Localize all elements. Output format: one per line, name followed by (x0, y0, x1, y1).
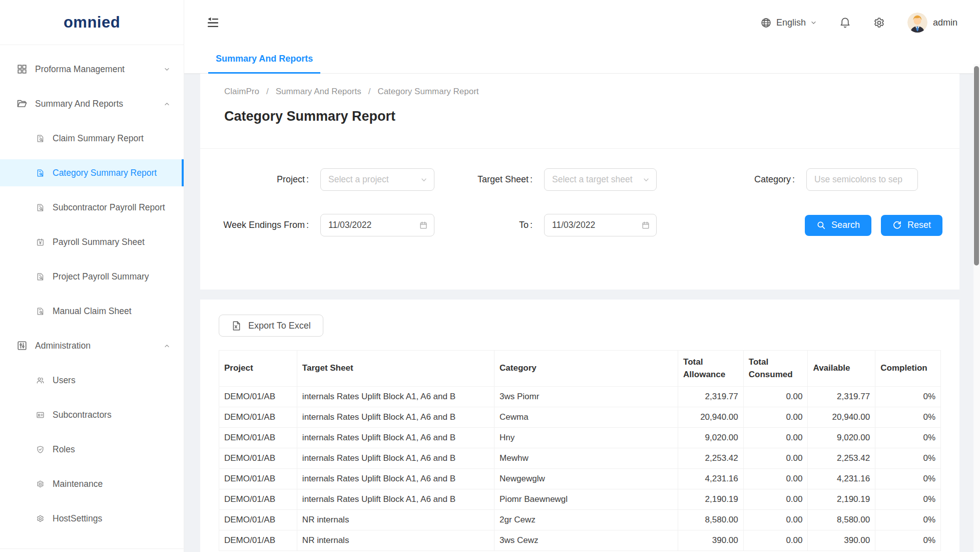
user-menu[interactable]: admin (907, 13, 957, 33)
cell-total-allowance: 2,190.19 (678, 489, 744, 510)
cell-project: DEMO/01/AB (219, 387, 297, 407)
cell-total-allowance: 4,231.16 (678, 469, 744, 489)
notifications-bell-icon[interactable] (839, 17, 851, 29)
project-select-placeholder: Select a project (328, 174, 420, 185)
tab-summary-and-reports[interactable]: Summary And Reports (208, 45, 320, 74)
table-row[interactable]: DEMO/01/AB internals Rates Uplift Block … (219, 448, 941, 469)
sidebar-item-hostsettings[interactable]: HostSettings (0, 505, 184, 532)
cell-available: 4,231.16 (808, 469, 875, 489)
sidebar-item-label: Claim Summary Report (53, 133, 144, 144)
chevron-up-icon (164, 343, 170, 349)
cell-target-sheet: NR internals (297, 510, 494, 530)
menu-fold-icon[interactable] (206, 16, 220, 30)
idcard-icon (36, 411, 45, 419)
cell-available: 2,253.42 (808, 448, 875, 469)
top-header: English (184, 0, 980, 45)
sidebar: omnied Proforma Management Summary And R… (0, 0, 184, 552)
settings-gear-icon[interactable] (873, 17, 885, 29)
cell-available: 390.00 (808, 530, 875, 551)
table-row[interactable]: DEMO/01/AB NR internals 3ws Cewz 390.00 … (219, 530, 941, 551)
sidebar-item-summary-and-reports[interactable]: Summary And Reports (0, 90, 184, 117)
cell-category: 3ws Piomr (495, 387, 678, 407)
sidebar-item-label: Roles (53, 444, 75, 455)
cell-target-sheet: internals Rates Uplift Block A1, A6 and … (297, 407, 494, 428)
page-title: Category Summary Report (224, 109, 935, 124)
sidebar-item-maintenance[interactable]: Maintenance (0, 470, 184, 497)
reset-button[interactable]: Reset (881, 215, 942, 236)
sidebar-item-administration[interactable]: Administration (0, 332, 184, 359)
cell-completion: 0% (875, 407, 941, 428)
file-search-icon (36, 203, 45, 212)
sidebar-item-subcontractor-payroll-report[interactable]: Subcontractor Payroll Report (0, 194, 184, 221)
column-header-project: Project (219, 351, 297, 387)
tab-label: Summary And Reports (216, 54, 313, 64)
filter-panel: Project: Select a project Target Sheet: … (200, 149, 959, 290)
folder-open-icon (17, 98, 28, 109)
filter-row-1: Project: Select a project Target Sheet: … (200, 168, 959, 191)
column-header-target-sheet: Target Sheet (297, 351, 494, 387)
brand-logo: omnied (64, 14, 120, 32)
week-endings-from-value: 11/03/2022 (328, 220, 419, 230)
cell-category: 3ws Cewz (495, 530, 678, 551)
sidebar-item-claim-summary-report[interactable]: Claim Summary Report (0, 125, 184, 152)
cell-target-sheet: internals Rates Uplift Block A1, A6 and … (297, 489, 494, 510)
file-search-icon (36, 307, 45, 316)
table-row[interactable]: DEMO/01/AB internals Rates Uplift Block … (219, 428, 941, 448)
sidebar-item-payroll-summary-sheet[interactable]: Payroll Summary Sheet (0, 228, 184, 255)
sidebar-item-proforma-management[interactable]: Proforma Management (0, 56, 184, 83)
cell-completion: 0% (875, 510, 941, 530)
category-label: Category: (657, 174, 795, 185)
scrollbar-thumb[interactable] (974, 66, 979, 265)
chevron-down-icon (810, 20, 817, 26)
column-header-category: Category (495, 351, 678, 387)
table-row[interactable]: DEMO/01/AB internals Rates Uplift Block … (219, 469, 941, 489)
sidebar-item-label: Users (53, 375, 76, 386)
sidebar-item-subcontractors[interactable]: Subcontractors (0, 401, 184, 428)
category-input[interactable]: Use semicolons to sep (806, 168, 918, 191)
column-header-total-consumed: Total Consumed (743, 351, 808, 387)
calendar-icon (641, 221, 650, 230)
cell-project: DEMO/01/AB (219, 510, 297, 530)
sidebar-item-roles[interactable]: Roles (0, 436, 184, 463)
export-to-excel-button[interactable]: Export To Excel (219, 315, 323, 337)
sidebar-item-users[interactable]: Users (0, 367, 184, 394)
search-button[interactable]: Search (805, 215, 871, 236)
breadcrumb-item[interactable]: ClaimPro (224, 87, 259, 97)
language-label: English (776, 18, 806, 28)
cell-total-allowance: 390.00 (678, 530, 744, 551)
table-row[interactable]: DEMO/01/AB internals Rates Uplift Block … (219, 387, 941, 407)
table-row[interactable]: DEMO/01/AB internals Rates Uplift Block … (219, 489, 941, 510)
sidebar-footer (0, 548, 184, 552)
breadcrumb-separator: / (266, 87, 269, 97)
cell-available: 2,190.19 (808, 489, 875, 510)
cell-total-allowance: 20,940.00 (678, 407, 744, 428)
cell-available: 20,940.00 (808, 407, 875, 428)
week-endings-to-label: To: (434, 220, 533, 230)
sidebar-item-category-summary-report[interactable]: Category Summary Report (0, 159, 184, 186)
table-header-row: Project Target Sheet Category Total Allo… (219, 351, 941, 387)
project-select[interactable]: Select a project (320, 168, 434, 191)
logo-container[interactable]: omnied (0, 0, 184, 45)
chevron-up-icon (164, 101, 170, 107)
breadcrumb-item[interactable]: Category Summary Report (377, 87, 478, 97)
sidebar-item-project-payroll-summary[interactable]: Project Payroll Summary (0, 263, 184, 290)
appstore-icon (17, 64, 28, 75)
language-selector[interactable]: English (760, 17, 817, 29)
target-sheet-select[interactable]: Select a target sheet (544, 168, 657, 191)
breadcrumb-item[interactable]: Summary And Reports (276, 87, 361, 97)
week-endings-from-datepicker[interactable]: 11/03/2022 (320, 214, 434, 236)
table-row[interactable]: DEMO/01/AB NR internals 2gr Cewz 8,580.0… (219, 510, 941, 530)
cell-available: 8,580.00 (808, 510, 875, 530)
sidebar-item-label: Proforma Management (35, 64, 125, 75)
table-row[interactable]: DEMO/01/AB internals Rates Uplift Block … (219, 407, 941, 428)
excel-file-icon (231, 321, 242, 331)
cell-total-consumed: 0.00 (743, 510, 808, 530)
reset-button-label: Reset (907, 220, 931, 230)
chevron-down-icon (642, 176, 650, 184)
sidebar-item-manual-claim-sheet[interactable]: Manual Claim Sheet (0, 298, 184, 325)
week-endings-to-datepicker[interactable]: 11/03/2022 (544, 214, 657, 236)
cell-completion: 0% (875, 448, 941, 469)
project-label: Project: (200, 174, 309, 185)
cell-project: DEMO/01/AB (219, 428, 297, 448)
vertical-scrollbar[interactable] (973, 64, 980, 552)
